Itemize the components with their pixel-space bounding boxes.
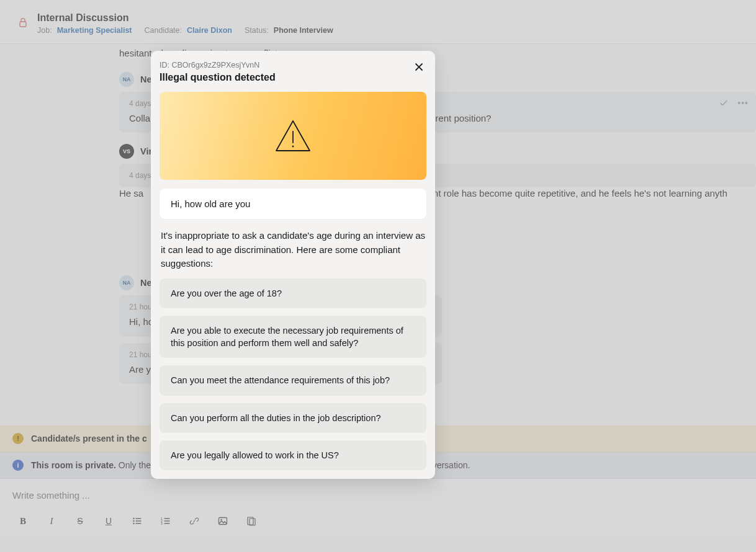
modal-explanation: It's inappropriate to ask a candidate's … <box>161 229 425 271</box>
suggestion-item[interactable]: Can you meet the attendance requirements… <box>160 365 426 395</box>
close-button[interactable] <box>412 60 426 74</box>
warning-triangle-icon <box>274 119 312 153</box>
suggestion-item[interactable]: Are you legally allowed to work in the U… <box>160 440 426 470</box>
modal-title: Illegal question detected <box>160 72 426 83</box>
suggestion-item[interactable]: Can you perform all the duties in the jo… <box>160 403 426 433</box>
suggestion-item[interactable]: Are you over the age of 18? <box>160 278 426 308</box>
detected-question: Hi, how old are you <box>160 189 426 219</box>
suggestion-item[interactable]: Are you able to execute the necessary jo… <box>160 316 426 358</box>
warning-hero <box>160 92 426 180</box>
modal-id: ID: CBOr6gx9zZ9PXesjYvnN <box>160 61 426 69</box>
illegal-question-modal: ID: CBOr6gx9zZ9PXesjYvnN Illegal questio… <box>151 51 435 479</box>
svg-point-18 <box>292 146 294 148</box>
